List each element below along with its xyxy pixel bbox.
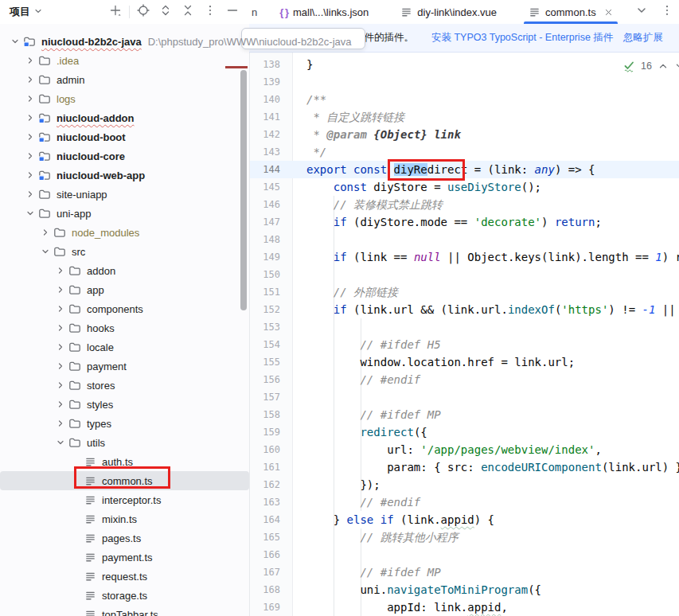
chevron-spacer — [68, 589, 83, 602]
tree-item-mixin.ts[interactable]: mixin.ts — [0, 509, 249, 528]
file-lines-icon — [83, 570, 97, 583]
chevron-down-icon[interactable] — [38, 245, 53, 258]
module-icon — [37, 131, 52, 143]
inspections-widget: 16 — [622, 60, 679, 72]
chevron-right-icon[interactable] — [53, 417, 68, 430]
chevron-down-icon — [635, 4, 648, 20]
chevron-right-icon[interactable] — [53, 398, 68, 411]
tree-item-utils[interactable]: utils — [0, 433, 249, 452]
line-number: 146 — [249, 196, 293, 213]
tree-item-.idea[interactable]: .idea — [0, 51, 249, 70]
chevron-down-icon[interactable] — [23, 207, 37, 220]
ide-window: 项目 n { } mall\...\links.json diy-link\in… — [0, 0, 679, 616]
hidden-tabs-button[interactable] — [633, 3, 650, 21]
tree-item-logs[interactable]: logs — [0, 89, 249, 108]
tree-item-uni-app[interactable]: uni-app — [0, 204, 249, 223]
tree-item-admin[interactable]: admin — [0, 70, 249, 89]
install-plugin-link[interactable]: 安装 TYPO3 TypoScript - Enterprise 插件 — [431, 31, 613, 45]
tab-diy-link-index.vue[interactable]: diy-link\index.vue — [397, 0, 500, 24]
tree-item-site-uniapp[interactable]: site-uniapp — [0, 185, 249, 204]
chevron-right-icon[interactable] — [38, 226, 53, 239]
tree-item-common.ts[interactable]: common.ts — [0, 471, 249, 490]
chevron-right-icon[interactable] — [53, 283, 68, 296]
tree-item-toptabbar.ts[interactable]: topTabbar.ts — [0, 605, 249, 616]
chevron-right-icon[interactable] — [23, 54, 37, 67]
code-editor[interactable]: 138}139140/**141 * 自定义跳转链接142 * @param {… — [249, 53, 679, 616]
tree-item-addon[interactable]: addon — [0, 261, 249, 280]
tree-item-stores[interactable]: stores — [0, 376, 249, 395]
tree-item-label: logs — [57, 93, 76, 105]
tree-item-pages.ts[interactable]: pages.ts — [0, 528, 249, 548]
tree-item-label: niucloud-web-app — [57, 170, 145, 181]
expand-all-button[interactable] — [157, 3, 174, 21]
tree-item-app[interactable]: app — [0, 280, 249, 299]
tree-item-components[interactable]: components — [0, 299, 249, 318]
tree-item-request.ts[interactable]: request.ts — [0, 567, 249, 586]
chevron-right-icon[interactable] — [23, 169, 37, 181]
close-icon[interactable] — [604, 8, 613, 17]
folder-icon — [68, 322, 82, 334]
chevron-down-icon[interactable] — [53, 436, 68, 449]
chevron-right-icon[interactable] — [53, 360, 68, 372]
chevron-right-icon[interactable] — [23, 150, 37, 162]
panel-editor-divider[interactable] — [249, 0, 250, 616]
tree-item-niucloud-b2b2c-java[interactable]: niucloud-b2b2c-javaD:\phpstudy_pro\WWW\n… — [0, 32, 249, 51]
chevron-spacer — [68, 551, 83, 563]
hide-panel-button[interactable] — [224, 3, 241, 21]
chevron-right-icon[interactable] — [53, 379, 68, 392]
tab-common.ts[interactable]: common.ts — [525, 0, 616, 24]
tree-item-storage.ts[interactable]: storage.ts — [0, 586, 249, 605]
chevron-right-icon[interactable] — [23, 73, 37, 86]
tree-item-hooks[interactable]: hooks — [0, 318, 249, 337]
folder-icon — [68, 264, 82, 277]
previous-problem-button[interactable] — [658, 60, 669, 72]
code-line-144: 144export const diyRedirect = (link: any… — [249, 161, 679, 178]
tree-item-niucloud-web-app[interactable]: niucloud-web-app — [0, 166, 249, 185]
line-number: 150 — [249, 266, 293, 283]
file-lines-icon — [83, 474, 97, 487]
tree-scrollbar-thumb[interactable] — [240, 70, 247, 310]
tree-item-niucloud-boot[interactable]: niucloud-boot — [0, 127, 249, 146]
tree-item-auth.ts[interactable]: auth.ts — [0, 452, 249, 471]
tab-mall-...-links.json[interactable]: { } mall\...\links.json — [276, 0, 372, 24]
tree-item-payment.ts[interactable]: payment.ts — [0, 548, 249, 567]
chevron-right-icon[interactable] — [23, 92, 37, 105]
tree-item-types[interactable]: types — [0, 414, 249, 433]
tree-item-styles[interactable]: styles — [0, 395, 249, 414]
chevron-right-icon[interactable] — [23, 131, 37, 143]
more-options-button[interactable] — [201, 3, 219, 21]
fold-icon — [181, 4, 194, 20]
project-panel-title-dropdown[interactable]: 项目 — [0, 5, 43, 19]
line-number: 141 — [249, 108, 293, 126]
chevron-right-icon[interactable] — [53, 302, 68, 315]
chevron-right-icon[interactable] — [53, 322, 68, 334]
tree-item-node-modules[interactable]: node_modules — [0, 223, 249, 242]
folder-icon — [68, 341, 82, 353]
chevron-right-icon[interactable] — [23, 111, 37, 124]
tree-item-label: request.ts — [102, 571, 147, 583]
ignore-extension-link[interactable]: 忽略扩展 — [623, 31, 663, 45]
code-line-166: 166 — [249, 546, 679, 563]
tree-item-payment[interactable]: payment — [0, 357, 249, 376]
tab-options-button[interactable] — [658, 3, 676, 21]
chevron-right-icon[interactable] — [53, 264, 68, 277]
tree-item-locale[interactable]: locale — [0, 337, 249, 357]
collapse-all-button[interactable] — [179, 3, 197, 21]
tree-item-label: app — [87, 284, 104, 296]
tree-item-src[interactable]: src — [0, 242, 249, 261]
tree-item-niucloud-addon[interactable]: niucloud-addon — [0, 108, 249, 127]
chevron-right-icon[interactable] — [23, 188, 37, 201]
tree-item-label: locale — [87, 341, 114, 353]
tree-item-label: admin — [57, 74, 84, 86]
folder-icon — [37, 54, 52, 67]
add-button[interactable] — [107, 3, 124, 21]
next-problem-button[interactable] — [674, 60, 679, 72]
chevron-down-icon[interactable] — [8, 35, 22, 48]
tree-item-interceptor.ts[interactable]: interceptor.ts — [0, 490, 249, 509]
line-number: 163 — [249, 493, 293, 511]
tree-item-niucloud-core[interactable]: niucloud-core — [0, 146, 249, 166]
locate-file-button[interactable] — [135, 3, 152, 21]
check-squiggle-icon[interactable] — [622, 60, 635, 72]
chevron-right-icon[interactable] — [53, 341, 68, 353]
line-number: 168 — [249, 581, 293, 598]
